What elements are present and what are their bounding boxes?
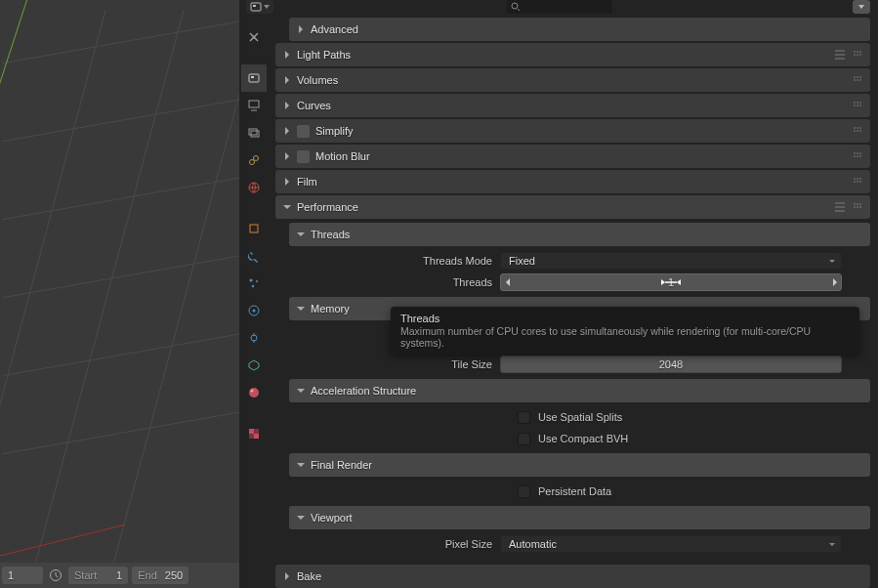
tab-data[interactable] — [241, 352, 267, 379]
section-header-performance[interactable]: Performance — [275, 195, 870, 219]
section-header-advanced[interactable]: Advanced — [289, 18, 870, 41]
tab-material[interactable] — [241, 379, 267, 406]
drag-handle-icon[interactable] — [851, 48, 864, 62]
viewport-3d[interactable] — [0, 0, 239, 563]
svg-point-14 — [250, 279, 253, 282]
search-input[interactable] — [507, 0, 612, 14]
drag-handle-icon[interactable] — [851, 124, 864, 138]
chevron-right-icon — [281, 74, 293, 86]
tab-output[interactable] — [241, 92, 267, 119]
svg-point-37 — [854, 102, 856, 104]
tab-physics[interactable] — [241, 297, 267, 324]
svg-point-34 — [854, 79, 856, 81]
tooltip-desc: Maximum number of CPU cores to use simul… — [400, 325, 850, 349]
compact-bvh-checkbox[interactable] — [518, 433, 530, 445]
svg-point-15 — [256, 280, 258, 282]
svg-point-35 — [857, 79, 858, 81]
editor-type-dropdown[interactable] — [246, 0, 273, 14]
svg-point-27 — [859, 51, 861, 53]
svg-point-16 — [252, 285, 254, 287]
section-title: Bake — [297, 570, 864, 582]
drag-handle-icon[interactable] — [851, 73, 864, 87]
svg-point-39 — [859, 102, 861, 104]
autokey-icon[interactable] — [47, 567, 64, 584]
presets-icon[interactable] — [833, 200, 847, 214]
threads-mode-dropdown[interactable]: Fixed — [500, 252, 842, 270]
section-header-film[interactable]: Film — [275, 170, 870, 193]
options-dropdown[interactable] — [853, 0, 870, 14]
svg-point-38 — [857, 102, 858, 104]
svg-point-20 — [251, 390, 254, 393]
section-header-lightpaths[interactable]: Light Paths — [275, 43, 870, 66]
section-title: Simplify — [315, 125, 851, 137]
section-title: Motion Blur — [315, 150, 851, 162]
section-header-finalrender[interactable]: Final Render — [289, 453, 870, 477]
presets-icon[interactable] — [833, 48, 847, 62]
simplify-toggle[interactable] — [297, 125, 310, 138]
svg-rect-2 — [253, 5, 256, 7]
chevron-right-icon — [281, 125, 293, 137]
tab-particles[interactable] — [241, 270, 267, 297]
pixel-size-dropdown[interactable]: Automatic — [500, 535, 842, 553]
section-header-curves[interactable]: Curves — [275, 94, 870, 117]
svg-point-26 — [857, 51, 858, 53]
chevron-right-icon — [281, 100, 293, 111]
svg-point-49 — [854, 152, 856, 154]
compact-bvh-label: Use Compact BVH — [538, 433, 628, 444]
section-title: Film — [297, 176, 851, 188]
tab-constraints[interactable] — [241, 324, 267, 352]
section-header-threads[interactable]: Threads — [289, 223, 870, 246]
properties-content: Advanced Light Paths Volumes Curves — [275, 18, 870, 588]
drag-handle-icon[interactable] — [851, 175, 864, 189]
viewport-grid — [0, 0, 239, 563]
increment-icon[interactable] — [829, 274, 841, 290]
svg-point-41 — [857, 105, 858, 106]
svg-point-29 — [857, 54, 858, 56]
section-header-viewport[interactable]: Viewport — [289, 506, 870, 529]
tab-viewlayer[interactable] — [241, 119, 267, 147]
end-frame-field[interactable]: End 250 — [132, 567, 188, 584]
current-frame-field[interactable]: 1 — [2, 567, 43, 584]
svg-rect-13 — [250, 225, 258, 232]
spatial-splits-checkbox[interactable] — [518, 411, 530, 424]
svg-point-58 — [854, 181, 856, 183]
section-header-bake[interactable]: Bake — [275, 565, 870, 588]
section-title: Acceleration Structure — [311, 385, 864, 397]
svg-rect-23 — [254, 429, 259, 434]
start-frame-field[interactable]: Start 1 — [68, 567, 128, 584]
chevron-down-icon — [295, 303, 307, 315]
chevron-down-icon — [295, 385, 307, 397]
section-title: Volumes — [297, 74, 851, 86]
tab-modifier[interactable] — [241, 242, 267, 270]
tab-texture[interactable] — [241, 420, 267, 447]
svg-point-48 — [859, 130, 861, 132]
tooltip-title: Threads — [400, 313, 850, 324]
tab-render[interactable] — [241, 64, 267, 92]
chevron-down-icon — [295, 229, 307, 240]
start-value: 1 — [105, 569, 122, 581]
spatial-splits-label: Use Spatial Splits — [538, 411, 622, 423]
tab-object[interactable] — [241, 215, 267, 242]
motionblur-toggle[interactable] — [297, 150, 310, 163]
drag-handle-icon[interactable] — [851, 200, 864, 214]
threads-field[interactable]: 1 — [500, 273, 842, 291]
svg-point-63 — [859, 203, 861, 205]
drag-handle-icon[interactable] — [851, 99, 864, 112]
svg-point-43 — [854, 127, 856, 129]
svg-point-62 — [857, 203, 858, 205]
svg-point-52 — [854, 155, 856, 157]
section-header-accel[interactable]: Acceleration Structure — [289, 379, 870, 402]
svg-point-42 — [859, 105, 861, 106]
drag-handle-icon[interactable] — [851, 149, 864, 163]
pixel-size-label: Pixel Size — [289, 538, 500, 550]
tab-scene[interactable] — [241, 147, 267, 174]
section-header-motionblur[interactable]: Motion Blur — [275, 145, 870, 168]
svg-point-51 — [859, 152, 861, 154]
persistent-checkbox[interactable] — [518, 485, 530, 498]
section-header-simplify[interactable]: Simplify — [275, 119, 870, 143]
tab-tool[interactable] — [241, 23, 267, 51]
decrement-icon[interactable] — [501, 274, 513, 290]
section-header-volumes[interactable]: Volumes — [275, 68, 870, 92]
tab-world[interactable] — [241, 174, 267, 201]
tile-size-field[interactable]: 2048 — [500, 356, 842, 373]
